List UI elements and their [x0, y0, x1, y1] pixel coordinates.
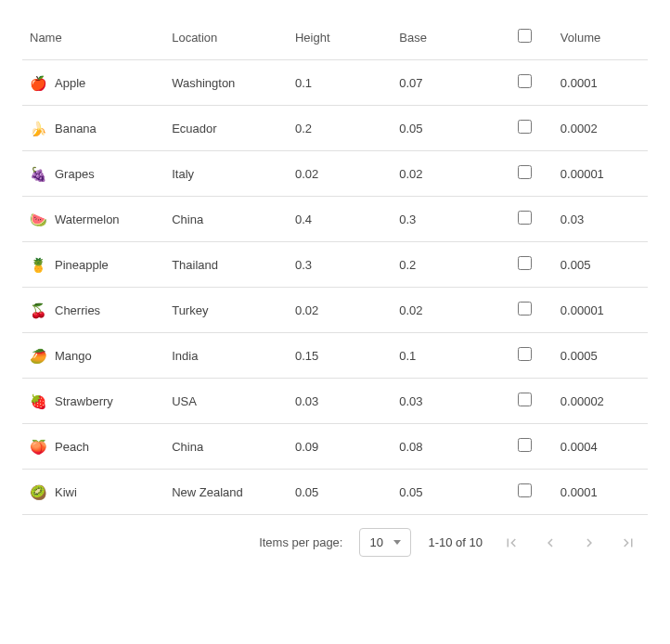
select-all-checkbox[interactable] [518, 29, 532, 43]
table-row: 🍎AppleWashington0.10.070.0001 [22, 60, 648, 106]
volume-cell: 0.00001 [553, 151, 648, 197]
row-checkbox[interactable] [518, 74, 532, 88]
checkbox-cell [496, 379, 553, 424]
base-cell: 0.2 [392, 242, 496, 288]
location-cell: Italy [164, 151, 288, 197]
fruit-name: Cherries [55, 303, 100, 317]
height-cell: 0.2 [288, 106, 392, 151]
row-checkbox[interactable] [518, 393, 532, 406]
row-checkbox[interactable] [518, 120, 532, 134]
location-cell: USA [164, 379, 288, 424]
height-cell: 0.03 [288, 379, 392, 424]
page-size-value: 10 [369, 535, 382, 549]
header-height: Height [288, 15, 392, 60]
name-cell: 🍑Peach [30, 440, 157, 454]
volume-cell: 0.0001 [553, 470, 648, 515]
height-cell: 0.02 [288, 288, 392, 333]
chevron-right-icon [581, 535, 598, 551]
table-row: 🍓StrawberryUSA0.030.030.00002 [22, 379, 648, 424]
fruit-icon: 🍉 [30, 213, 47, 226]
base-cell: 0.1 [392, 333, 496, 379]
row-checkbox[interactable] [518, 483, 532, 497]
fruit-name: Grapes [55, 167, 95, 181]
height-cell: 0.09 [288, 424, 392, 470]
row-checkbox[interactable] [518, 347, 532, 361]
checkbox-cell [496, 333, 553, 379]
volume-cell: 0.0001 [553, 60, 648, 106]
last-page-button[interactable] [616, 531, 640, 555]
table-header-row: Name Location Height Base Volume [22, 15, 648, 60]
fruit-icon: 🍓 [30, 394, 47, 408]
base-cell: 0.07 [392, 60, 496, 106]
height-cell: 0.1 [288, 60, 392, 106]
volume-cell: 0.0005 [553, 333, 648, 379]
table-row: 🍑PeachChina0.090.080.0004 [22, 424, 648, 470]
volume-cell: 0.00002 [553, 379, 648, 424]
row-checkbox[interactable] [518, 165, 532, 179]
fruit-name: Mango [55, 349, 92, 363]
height-cell: 0.15 [288, 333, 392, 379]
table-row: 🥝KiwiNew Zealand0.050.050.0001 [22, 470, 648, 515]
base-cell: 0.3 [392, 197, 496, 242]
base-cell: 0.02 [392, 288, 496, 333]
table-row: 🍌BananaEcuador0.20.050.0002 [22, 106, 648, 151]
checkbox-cell [496, 106, 553, 151]
fruit-name: Apple [55, 76, 85, 90]
fruit-icon: 🍍 [30, 258, 47, 272]
volume-cell: 0.0004 [553, 424, 648, 470]
header-name: Name [22, 15, 164, 60]
page-size-select[interactable]: 10 [359, 528, 411, 557]
name-cell: 🍒Cherries [30, 303, 157, 317]
table-row: 🍇GrapesItaly0.020.020.00001 [22, 151, 648, 197]
table-row: 🥭MangoIndia0.150.10.0005 [22, 333, 648, 379]
previous-page-button[interactable] [538, 531, 562, 555]
name-cell: 🥭Mango [30, 349, 157, 363]
location-cell: China [164, 424, 288, 470]
chevron-left-icon [542, 535, 559, 551]
fruit-name: Watermelon [55, 213, 120, 226]
paginator: Items per page: 10 1-10 of 10 [22, 515, 648, 557]
location-cell: India [164, 333, 288, 379]
name-cell: 🍇Grapes [30, 167, 157, 181]
table-row: 🍍PineappleThailand0.30.20.005 [22, 242, 648, 288]
paginator-nav [499, 531, 640, 555]
last-page-icon [620, 535, 637, 551]
table-row: 🍉WatermelonChina0.40.30.03 [22, 197, 648, 242]
checkbox-cell [496, 424, 553, 470]
name-cell: 🍓Strawberry [30, 394, 157, 408]
table-row: 🍒CherriesTurkey0.020.020.00001 [22, 288, 648, 333]
fruit-icon: 🥝 [30, 485, 47, 499]
base-cell: 0.02 [392, 151, 496, 197]
fruit-icon: 🍑 [30, 440, 47, 454]
first-page-button[interactable] [499, 531, 523, 555]
name-cell: 🍎Apple [30, 76, 157, 90]
checkbox-cell [496, 470, 553, 515]
location-cell: Turkey [164, 288, 288, 333]
fruit-icon: 🥭 [30, 349, 47, 363]
row-checkbox[interactable] [518, 211, 532, 225]
fruit-table: Name Location Height Base Volume 🍎AppleW… [22, 15, 648, 515]
fruit-name: Kiwi [55, 485, 77, 499]
items-per-page-label: Items per page: [259, 535, 342, 549]
fruit-icon: 🍒 [30, 303, 47, 317]
fruit-icon: 🍌 [30, 122, 47, 135]
checkbox-cell [496, 151, 553, 197]
height-cell: 0.02 [288, 151, 392, 197]
location-cell: New Zealand [164, 470, 288, 515]
checkbox-cell [496, 288, 553, 333]
next-page-button[interactable] [577, 531, 601, 555]
volume-cell: 0.005 [553, 242, 648, 288]
name-cell: 🍌Banana [30, 122, 157, 135]
height-cell: 0.3 [288, 242, 392, 288]
fruit-name: Banana [55, 122, 97, 135]
base-cell: 0.05 [392, 106, 496, 151]
paginator-range: 1-10 of 10 [428, 535, 483, 549]
row-checkbox[interactable] [518, 256, 532, 270]
header-checkbox [496, 15, 553, 60]
row-checkbox[interactable] [518, 302, 532, 316]
location-cell: Thailand [164, 242, 288, 288]
name-cell: 🍉Watermelon [30, 213, 157, 226]
fruit-icon: 🍇 [30, 167, 47, 181]
dropdown-caret-icon [393, 540, 401, 545]
row-checkbox[interactable] [518, 438, 532, 452]
